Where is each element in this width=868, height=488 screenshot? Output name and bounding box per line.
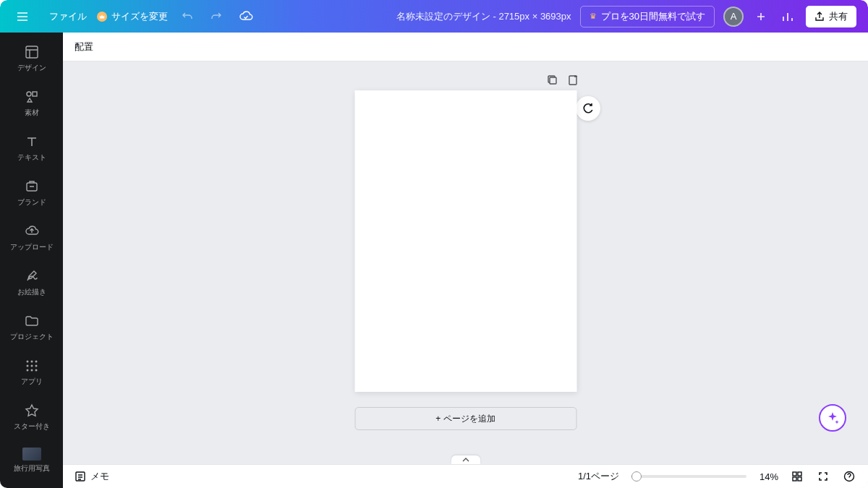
brand-icon	[24, 179, 40, 194]
star-icon	[24, 403, 40, 419]
svg-point-6	[35, 361, 37, 363]
add-member-button[interactable]	[752, 8, 770, 25]
svg-point-4	[26, 361, 28, 363]
pro-trial-button[interactable]: ♛ プロを30日間無料で試す	[580, 6, 715, 27]
sidebar-item-elements[interactable]: 素材	[0, 82, 63, 127]
page-indicator[interactable]: 1/1ページ	[578, 470, 619, 483]
folder-icon	[24, 313, 40, 329]
upload-icon	[24, 223, 40, 239]
crown-icon: ♛	[590, 12, 597, 21]
sidebar-item-travel-photos[interactable]: 旅行用写真	[0, 440, 63, 482]
pro-trial-label: プロを30日間無料で試す	[601, 10, 705, 23]
svg-point-12	[35, 369, 37, 372]
text-icon	[24, 134, 40, 150]
svg-point-9	[35, 365, 37, 367]
svg-rect-16	[793, 472, 796, 476]
chevron-up-icon	[462, 458, 469, 462]
resize-button[interactable]: サイズを変更	[97, 10, 168, 23]
zoom-slider-thumb[interactable]	[631, 471, 642, 481]
sidebar-item-projects[interactable]: プロジェクト	[0, 306, 63, 351]
share-button[interactable]: 共有	[806, 6, 856, 27]
add-page-icon	[567, 74, 579, 86]
sub-toolbar: 配置	[63, 33, 868, 61]
help-button[interactable]	[842, 469, 856, 484]
svg-rect-19	[798, 477, 801, 481]
cloud-sync-button[interactable]	[236, 7, 256, 26]
svg-point-10	[26, 369, 28, 372]
ai-assistant-button[interactable]	[819, 404, 846, 432]
svg-point-8	[30, 365, 33, 367]
sidebar-item-label: お絵描き	[17, 287, 46, 297]
svg-point-5	[30, 361, 33, 363]
help-icon	[843, 471, 855, 482]
duplicate-icon	[547, 74, 558, 86]
notes-icon	[75, 471, 86, 482]
crown-badge-icon	[97, 12, 107, 22]
pages-panel-toggle[interactable]	[451, 455, 480, 464]
canvas-page[interactable]	[354, 90, 576, 392]
sidebar-item-upload[interactable]: アップロード	[0, 216, 63, 261]
file-menu[interactable]: ファイル	[49, 10, 87, 23]
sidebar-item-label: ブランド	[17, 197, 46, 207]
hamburger-icon	[16, 10, 29, 23]
undo-button[interactable]	[178, 7, 197, 26]
svg-rect-2	[33, 92, 37, 96]
redo-icon	[210, 10, 223, 23]
apps-icon	[24, 358, 40, 374]
zoom-control: 14%	[631, 471, 778, 482]
refresh-icon	[582, 102, 595, 115]
topbar: ファイル サイズを変更 名称未設定のデザイン - 2715px × 3693px…	[0, 0, 868, 33]
template-icon	[24, 44, 40, 60]
plus-icon	[755, 11, 767, 22]
svg-rect-13	[550, 77, 556, 84]
grid-view-button[interactable]	[790, 469, 804, 484]
hamburger-menu-button[interactable]	[12, 6, 33, 27]
zoom-slider[interactable]	[631, 475, 746, 478]
refresh-button[interactable]	[576, 96, 600, 121]
sparkle-icon	[825, 411, 840, 425]
elements-icon	[24, 89, 40, 105]
notes-label: メモ	[90, 470, 109, 483]
resize-label: サイズを変更	[111, 10, 168, 23]
grid-icon	[791, 471, 803, 482]
svg-rect-17	[798, 472, 801, 476]
sidebar-item-brand[interactable]: ブランド	[0, 171, 63, 216]
notes-button[interactable]: メモ	[75, 470, 109, 483]
svg-rect-18	[793, 477, 796, 481]
sidebar-item-label: アップロード	[10, 242, 54, 252]
content: 配置 + ページを追加	[63, 33, 868, 488]
sidebar-item-starred[interactable]: スター付き	[0, 395, 63, 440]
cloud-check-icon	[239, 10, 253, 23]
sidebar-item-design[interactable]: デザイン	[0, 37, 63, 82]
canvas-area[interactable]: + ページを追加	[63, 61, 868, 464]
sidebar: デザイン 素材 テキスト ブランド アップロード お絵描き プロジェクト アプ	[0, 33, 63, 488]
duplicate-page-button[interactable]	[547, 74, 558, 86]
topbar-left: ファイル サイズを変更	[12, 6, 256, 27]
zoom-value[interactable]: 14%	[752, 471, 778, 482]
svg-rect-0	[26, 46, 38, 58]
share-icon	[814, 12, 825, 22]
sidebar-item-label: テキスト	[17, 153, 46, 163]
sidebar-item-text[interactable]: テキスト	[0, 127, 63, 171]
position-button[interactable]: 配置	[75, 40, 93, 53]
svg-point-1	[27, 92, 31, 96]
sidebar-item-label: スター付き	[14, 421, 50, 432]
avatar[interactable]: A	[723, 7, 744, 27]
draw-icon	[24, 268, 40, 284]
design-title[interactable]: 名称未設定のデザイン - 2715px × 3693px	[396, 10, 571, 23]
svg-point-11	[30, 369, 33, 372]
analytics-button[interactable]	[778, 7, 797, 26]
sidebar-item-apps[interactable]: アプリ	[0, 351, 63, 395]
share-label: 共有	[829, 10, 848, 23]
add-page-icon-button[interactable]	[567, 74, 579, 86]
fullscreen-button[interactable]	[816, 469, 830, 484]
redo-button[interactable]	[207, 7, 226, 26]
page-actions	[547, 74, 579, 86]
svg-point-7	[26, 365, 28, 367]
add-page-button[interactable]: + ページを追加	[354, 407, 576, 430]
sidebar-item-label: アプリ	[21, 377, 43, 387]
sidebar-item-label: 旅行用写真	[14, 463, 50, 474]
sidebar-item-label: プロジェクト	[10, 332, 54, 342]
sidebar-item-draw[interactable]: お絵描き	[0, 261, 63, 306]
chart-icon	[781, 10, 794, 23]
